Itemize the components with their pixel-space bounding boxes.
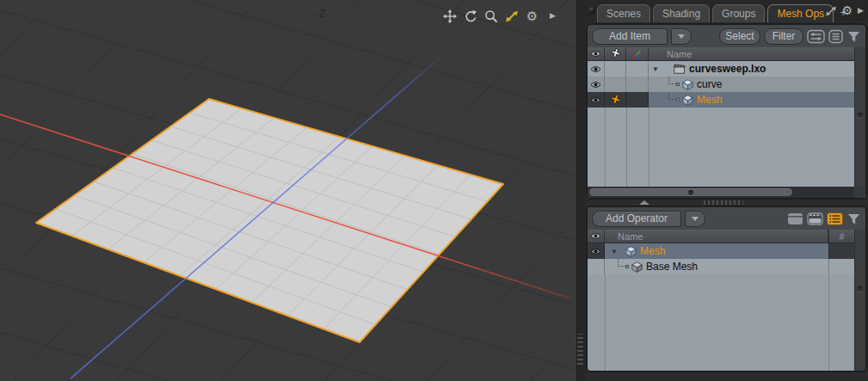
- viewport-canvas: [0, 0, 575, 381]
- 3d-viewport[interactable]: -Z: [0, 0, 575, 381]
- expand-panel-icon[interactable]: [825, 5, 837, 17]
- item-row-curve[interactable]: curve: [588, 77, 854, 92]
- panel-settings-gear-icon[interactable]: ⚙: [842, 4, 853, 17]
- section-splitter[interactable]: [585, 199, 868, 206]
- eye-icon[interactable]: [588, 61, 605, 77]
- mesh-cube-icon: [682, 95, 693, 106]
- base-mesh-cube-icon: [631, 261, 643, 273]
- count-cell: [828, 243, 854, 259]
- axis-cell[interactable]: [626, 61, 649, 77]
- viewport-flyout-icon[interactable]: ▶: [545, 9, 560, 23]
- operator-tree-header: Name #: [588, 230, 854, 243]
- item-list-toolbar: Add Item Select Filter: [588, 25, 865, 47]
- item-row-curvesweep[interactable]: ▼ curvesweep.lxo: [588, 61, 854, 77]
- funnel-filter-icon[interactable]: [846, 212, 861, 225]
- list-icon[interactable]: [828, 29, 843, 44]
- sliders-icon[interactable]: [807, 29, 825, 44]
- marquee-icon[interactable]: [807, 212, 823, 225]
- panel-flyout-icon[interactable]: ▶: [858, 7, 864, 15]
- mesh-cube-icon: [682, 79, 693, 90]
- move-icon[interactable]: [442, 9, 457, 23]
- item-tree-vertical-scrollbar[interactable]: [854, 47, 865, 187]
- item-row-mesh[interactable]: Mesh: [588, 92, 854, 108]
- edit-cross-column-icon[interactable]: [605, 47, 626, 60]
- operator-tree-empty-area[interactable]: [588, 274, 854, 371]
- tree-branch-line: [616, 259, 631, 274]
- tab-shading[interactable]: Shading: [653, 4, 710, 22]
- maximize-icon[interactable]: [504, 9, 519, 23]
- axis-tripod-column-icon[interactable]: [626, 47, 649, 60]
- item-tree-empty-area[interactable]: [588, 108, 854, 187]
- panel-tab-bar: Scenes Shading Groups Mesh Ops + ⚙ ▶: [585, 0, 868, 22]
- item-label: curve: [697, 78, 722, 90]
- mesh-ops-panel: Scenes Shading Groups Mesh Ops + ⚙ ▶: [585, 0, 868, 381]
- add-operator-dropdown-button[interactable]: [685, 211, 705, 227]
- mesh-cube-icon: [625, 246, 637, 257]
- application-window: -Z: [0, 0, 868, 381]
- axis-cell[interactable]: [626, 92, 649, 108]
- viewport-axis-label: -Z: [315, 8, 326, 20]
- edit-cross-cell[interactable]: [605, 77, 626, 92]
- item-tree-horizontal-scrollbar[interactable]: [588, 187, 854, 198]
- name-column-header[interactable]: Name: [605, 230, 828, 243]
- operator-tree: Name # ▼: [588, 230, 865, 371]
- rows-icon[interactable]: [787, 212, 803, 225]
- name-column-header[interactable]: Name: [649, 47, 854, 60]
- filter-button[interactable]: Filter: [764, 28, 803, 45]
- operator-label: Base Mesh: [646, 261, 698, 273]
- count-column-header[interactable]: #: [828, 230, 854, 243]
- add-item-button[interactable]: Add Item: [592, 28, 668, 45]
- viewport-settings-gear-icon[interactable]: ⚙: [525, 9, 539, 23]
- visibility-column-eye-icon[interactable]: [588, 230, 605, 243]
- panel-divider[interactable]: [575, 0, 585, 381]
- collapse-up-icon[interactable]: [639, 200, 649, 205]
- axis-cell[interactable]: [626, 77, 649, 92]
- operator-tree-vertical-scrollbar[interactable]: [854, 230, 865, 371]
- operator-row-mesh[interactable]: ▼ Mesh: [588, 243, 854, 259]
- item-tree: Name ▼: [588, 47, 865, 198]
- rotate-icon[interactable]: [463, 9, 477, 23]
- add-operator-button[interactable]: Add Operator: [592, 211, 681, 227]
- operator-label: Mesh: [640, 245, 665, 257]
- chevron-down-icon: [678, 34, 685, 39]
- eye-icon[interactable]: [588, 77, 605, 92]
- tree-branch-line: [667, 92, 682, 108]
- scrollbar-handle[interactable]: [589, 188, 792, 196]
- tab-groups[interactable]: Groups: [712, 4, 765, 22]
- expander-icon[interactable]: ▼: [610, 248, 619, 255]
- select-button[interactable]: Select: [719, 28, 760, 45]
- viewport-toolbar: ⚙ ▶: [442, 9, 560, 23]
- visibility-column-eye-icon[interactable]: [588, 47, 605, 60]
- item-list-section: Add Item Select Filter: [586, 23, 867, 200]
- active-mesh-cross-icon[interactable]: [605, 92, 626, 108]
- scrollbar-corner: [854, 187, 865, 198]
- item-label: Mesh: [697, 94, 722, 106]
- expander-icon[interactable]: ▼: [651, 65, 660, 73]
- list-active-icon[interactable]: [827, 212, 843, 225]
- edit-cross-cell[interactable]: [605, 61, 626, 77]
- eye-icon[interactable]: [588, 92, 605, 108]
- operator-row-base-mesh[interactable]: Base Mesh: [588, 259, 854, 274]
- tree-branch-line: [667, 77, 682, 92]
- add-item-dropdown-button[interactable]: [671, 28, 692, 45]
- divider-grip[interactable]: [577, 334, 583, 365]
- eye-cell[interactable]: [588, 259, 605, 274]
- tab-scenes[interactable]: Scenes: [597, 4, 650, 22]
- operator-toolbar: Add Operator: [588, 207, 865, 230]
- item-tree-header: Name: [588, 47, 854, 61]
- chevron-down-icon: [692, 217, 699, 221]
- operator-list-section: Add Operator: [586, 206, 867, 372]
- splitter-grip[interactable]: [704, 200, 743, 205]
- zoom-icon[interactable]: [483, 9, 498, 23]
- item-label: curvesweep.lxo: [689, 63, 766, 75]
- funnel-filter-icon[interactable]: [846, 30, 861, 43]
- count-cell: [828, 259, 854, 274]
- eye-icon[interactable]: [588, 243, 605, 259]
- panel-knob-icon[interactable]: [588, 7, 595, 14]
- scene-clapperboard-icon: [674, 64, 686, 74]
